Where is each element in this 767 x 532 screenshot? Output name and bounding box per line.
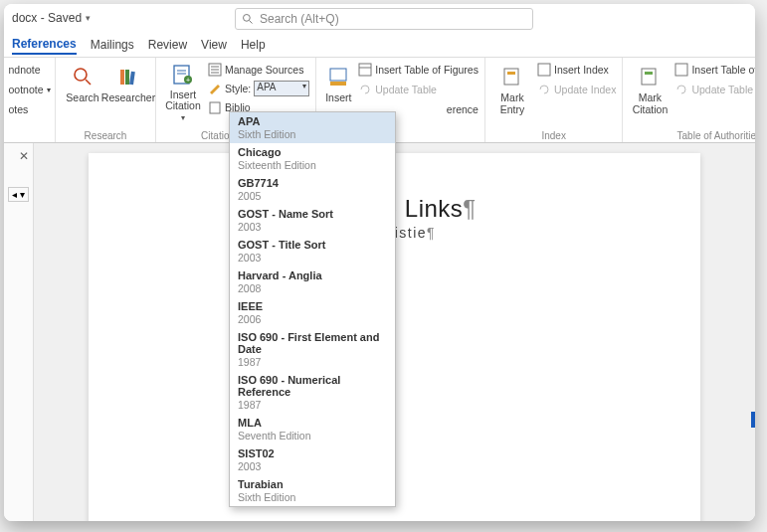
- svg-line-1: [250, 21, 253, 24]
- style-option-sub: Sixth Edition: [238, 128, 387, 140]
- caption-icon: [327, 66, 349, 88]
- style-option-name: ISO 690 - First Element and Date: [238, 331, 387, 355]
- tab-review[interactable]: Review: [148, 36, 187, 54]
- style-option-name: APA: [238, 115, 387, 127]
- ribbon-tabs: References Mailings Review View Help: [4, 32, 755, 58]
- show-notes-button[interactable]: otes: [8, 100, 50, 118]
- collapse-button[interactable]: ◂ ▾: [8, 187, 29, 202]
- svg-rect-5: [125, 70, 129, 85]
- mark-citation-button[interactable]: Mark Citation: [629, 61, 671, 122]
- group-index-label: Index: [541, 129, 565, 141]
- tab-view[interactable]: View: [201, 36, 227, 54]
- svg-rect-22: [507, 72, 515, 75]
- navigation-pane: ✕ ◂ ▾: [4, 143, 34, 521]
- style-selector[interactable]: Style: APA▾: [208, 81, 309, 96]
- search-button[interactable]: Search: [62, 61, 103, 122]
- style-option-turabian[interactable]: TurabianSixth Edition: [230, 475, 395, 506]
- svg-rect-26: [675, 64, 687, 76]
- book-icon: [208, 100, 222, 114]
- update-toa-button: Update Table: [674, 81, 755, 98]
- file-name: docx: [12, 11, 37, 25]
- svg-rect-24: [642, 69, 656, 85]
- style-option-sub: Sixteenth Edition: [238, 159, 387, 171]
- update-index-button: Update Index: [537, 81, 616, 98]
- insert-index-button[interactable]: Insert Index: [537, 61, 616, 79]
- style-option-apa[interactable]: APASixth Edition: [230, 112, 395, 143]
- search-input[interactable]: Search (Alt+Q): [235, 8, 533, 30]
- style-option-iso-690-numerical-reference[interactable]: ISO 690 - Numerical Reference1987: [230, 371, 395, 414]
- svg-text:+: +: [186, 77, 190, 84]
- svg-rect-6: [129, 72, 135, 85]
- style-option-name: GB7714: [238, 177, 387, 189]
- update-table-button: Update Table: [358, 81, 479, 98]
- svg-point-0: [244, 15, 251, 22]
- save-status: Saved: [48, 11, 82, 25]
- style-option-iso-690-first-element-and-date[interactable]: ISO 690 - First Element and Date1987: [230, 328, 395, 371]
- group-footnotes-label: [28, 129, 31, 141]
- ruler-marker[interactable]: [751, 412, 755, 428]
- style-option-gost-name-sort[interactable]: GOST - Name Sort2003: [230, 205, 395, 236]
- tab-references[interactable]: References: [12, 35, 77, 55]
- svg-rect-4: [120, 70, 124, 85]
- svg-rect-18: [330, 82, 346, 86]
- pencil-icon: [208, 81, 222, 94]
- svg-rect-19: [359, 64, 371, 76]
- insert-toa-button[interactable]: Insert Table of Authorities: [674, 61, 755, 79]
- style-option-harvard-anglia[interactable]: Harvard - Anglia2008: [230, 266, 395, 297]
- close-icon[interactable]: ✕: [8, 149, 29, 163]
- style-option-sub: 1987: [238, 356, 387, 368]
- manage-sources-button[interactable]: Manage Sources: [208, 61, 309, 79]
- insert-endnote-button[interactable]: ndnote: [8, 61, 50, 79]
- style-option-name: Chicago: [238, 146, 387, 158]
- svg-rect-16: [210, 102, 220, 113]
- style-option-name: SIST02: [238, 447, 387, 459]
- svg-point-2: [75, 69, 87, 81]
- researcher-button[interactable]: Researcher: [107, 61, 149, 122]
- style-option-name: IEEE: [238, 300, 387, 312]
- chevron-down-icon[interactable]: ▾: [86, 13, 91, 23]
- style-option-name: GOST - Name Sort: [238, 208, 387, 220]
- search-icon: [72, 66, 94, 88]
- svg-rect-25: [645, 72, 653, 75]
- next-footnote-button[interactable]: ootnote ▾: [8, 81, 50, 98]
- style-option-sub: 2003: [238, 460, 387, 472]
- table-icon: [674, 63, 688, 77]
- style-option-sist02[interactable]: SIST022003: [230, 444, 395, 475]
- style-option-sub: 2003: [238, 221, 387, 233]
- style-option-name: MLA: [238, 417, 387, 429]
- tab-help[interactable]: Help: [241, 36, 266, 54]
- style-option-sub: 2003: [238, 252, 387, 264]
- style-option-name: GOST - Title Sort: [238, 239, 387, 251]
- mark-entry-button[interactable]: Mark Entry: [491, 61, 533, 122]
- citation-icon: +: [171, 63, 195, 87]
- style-option-sub: Seventh Edition: [238, 430, 387, 442]
- insert-citation-button[interactable]: + Insert Citation ▾: [162, 61, 204, 122]
- style-option-chicago[interactable]: ChicagoSixteenth Edition: [230, 143, 395, 174]
- books-icon: [117, 66, 139, 88]
- group-captions-label: [399, 129, 402, 141]
- svg-line-3: [86, 80, 91, 85]
- svg-rect-23: [538, 64, 550, 76]
- style-option-name: Harvard - Anglia: [238, 269, 387, 281]
- insert-table-figures-button[interactable]: Insert Table of Figures: [358, 61, 479, 79]
- mark-citation-icon: [639, 66, 661, 88]
- chevron-down-icon: ▾: [181, 113, 185, 122]
- style-combobox[interactable]: APA▾: [254, 81, 309, 96]
- style-option-sub: 2005: [238, 190, 387, 202]
- style-option-name: ISO 690 - Numerical Reference: [238, 374, 387, 398]
- refresh-icon: [358, 83, 372, 96]
- style-option-sub: Sixth Edition: [238, 491, 387, 503]
- search-placeholder: Search (Alt+Q): [260, 12, 339, 26]
- tab-mailings[interactable]: Mailings: [91, 36, 134, 54]
- style-option-mla[interactable]: MLASeventh Edition: [230, 414, 395, 444]
- refresh-icon: [537, 83, 551, 96]
- list-icon: [208, 63, 222, 77]
- search-icon: [242, 13, 254, 25]
- style-option-gost-title-sort[interactable]: GOST - Title Sort2003: [230, 236, 395, 266]
- style-option-sub: 2006: [238, 313, 387, 325]
- group-authorities-label: Table of Authorities: [677, 129, 755, 141]
- style-option-name: Turabian: [238, 478, 387, 490]
- style-option-ieee[interactable]: IEEE2006: [230, 297, 395, 328]
- style-option-gb7714[interactable]: GB77142005: [230, 174, 395, 205]
- style-dropdown-menu: APASixth EditionChicagoSixteenth Edition…: [229, 111, 396, 507]
